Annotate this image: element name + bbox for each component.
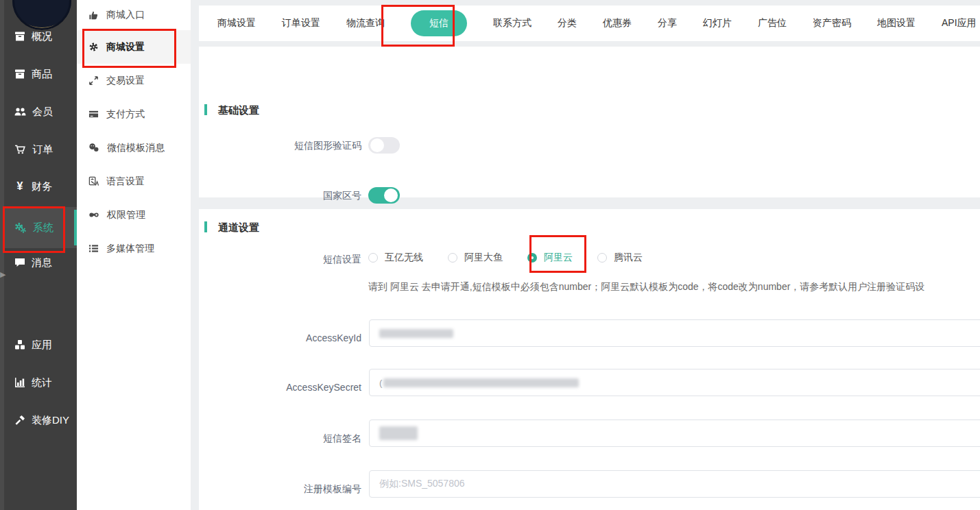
country-code-toggle[interactable] <box>368 187 400 204</box>
sidebar-item-members[interactable]: 会员 <box>4 95 77 129</box>
archive-box-icon <box>14 31 25 42</box>
cart-icon <box>14 144 26 155</box>
accesskeyid-input[interactable] <box>369 319 980 347</box>
submenu-item-label: 支付方式 <box>106 108 145 121</box>
tab-asset-password[interactable]: 资产密码 <box>813 17 851 29</box>
permission-mask-icon <box>88 210 99 220</box>
tab-mall-settings[interactable]: 商城设置 <box>217 17 256 29</box>
toggle-knob <box>370 138 384 152</box>
radio-ali-dayu[interactable]: 阿里大鱼 <box>448 252 503 264</box>
submenu-item-mall-entry[interactable]: 商城入口 <box>77 0 191 30</box>
basic-settings-title: 基础设置 <box>218 104 259 117</box>
tab-order-settings[interactable]: 订单设置 <box>282 17 320 29</box>
sms-captcha-label: 短信图形验证码 <box>199 140 361 152</box>
admin-page: ▶ 概况 商品 会员 订单 ¥ 财务 系统 消息 <box>0 0 980 510</box>
users-icon <box>14 106 26 117</box>
sidebar-item-apps[interactable]: 应用 <box>4 328 77 362</box>
secondary-sidebar: 商城入口 商城设置 交易设置 支付方式 微信模板消息 语言设置 权限管理 多媒 <box>77 0 191 510</box>
aliyun-helper-text: 请到 阿里云 去申请开通,短信模板中必须包含number；阿里云默认模板为cod… <box>368 281 924 293</box>
tab-contact[interactable]: 联系方式 <box>493 17 531 29</box>
tab-category[interactable]: 分类 <box>558 17 577 29</box>
channel-settings-card: 通道设置 短信设置 互亿无线 阿里大鱼 阿里云 腾讯云 <box>199 209 980 510</box>
sidebar-item-system[interactable]: 系统 <box>4 207 77 248</box>
panel-expand-arrow-icon[interactable]: ▶ <box>0 270 5 279</box>
sidebar-item-goods[interactable]: 商品 <box>4 57 77 91</box>
sms-provider-radio-group: 互亿无线 阿里大鱼 阿里云 腾讯云 <box>368 252 643 264</box>
sms-provider-label: 短信设置 <box>199 254 361 266</box>
sms-signature-input[interactable] <box>369 420 980 447</box>
primary-sidebar: 概况 商品 会员 订单 ¥ 财务 系统 消息 应用 <box>4 0 77 510</box>
tab-share[interactable]: 分享 <box>658 17 677 29</box>
redacted-value <box>379 329 453 338</box>
section-accent-bar <box>204 221 207 232</box>
submenu-item-mall-settings[interactable]: 商城设置 <box>77 30 191 64</box>
submenu-item-language-settings[interactable]: 语言设置 <box>77 165 191 198</box>
visible-prefix: ( <box>379 378 382 388</box>
tab-sms[interactable]: 短信 <box>411 10 467 36</box>
yen-icon: ¥ <box>14 180 25 193</box>
thumb-up-icon <box>88 10 99 21</box>
basic-settings-card: 基础设置 短信图形验证码 国家区号 <box>199 47 980 197</box>
register-template-label: 注册模板编号 <box>199 483 361 496</box>
submenu-item-label: 语言设置 <box>106 175 145 188</box>
list-icon <box>88 243 99 254</box>
tab-ad-slot[interactable]: 广告位 <box>758 17 787 29</box>
wechat-icon <box>88 143 99 153</box>
register-template-input[interactable]: 例如:SMS_5057806 <box>369 470 980 498</box>
submenu-item-label: 多媒体管理 <box>106 243 154 255</box>
tab-slideshow[interactable]: 幻灯片 <box>703 17 732 29</box>
country-code-label: 国家区号 <box>199 190 361 202</box>
toggle-knob <box>384 189 398 202</box>
redacted-value <box>379 426 418 440</box>
submenu-item-trade-settings[interactable]: 交易设置 <box>77 64 191 97</box>
submenu-item-label: 权限管理 <box>107 209 145 221</box>
radio-label: 阿里大鱼 <box>464 252 503 264</box>
product-box-icon <box>14 69 25 80</box>
sidebar-item-label: 应用 <box>32 339 52 352</box>
accesskeysecret-input[interactable]: ( <box>369 369 980 396</box>
radio-label: 互亿无线 <box>385 252 423 264</box>
bar-chart-icon <box>14 377 25 388</box>
sidebar-item-label: 订单 <box>32 143 53 156</box>
sidebar-item-messages[interactable]: 消息 <box>4 245 77 280</box>
chat-bubble-icon <box>14 257 25 268</box>
radio-aliyun[interactable]: 阿里云 <box>527 252 573 264</box>
tab-coupon[interactable]: 优惠券 <box>603 17 632 29</box>
submenu-item-media-manager[interactable]: 多媒体管理 <box>77 232 191 265</box>
radio-circle-icon <box>597 253 607 263</box>
trade-arrows-icon <box>88 75 99 86</box>
language-icon <box>88 176 99 186</box>
sidebar-item-overview[interactable]: 概况 <box>4 19 77 53</box>
submenu-item-wechat-template[interactable]: 微信模板消息 <box>77 131 191 165</box>
tab-map-settings[interactable]: 地图设置 <box>877 17 916 29</box>
main-content: 商城设置 订单设置 物流查询 短信 联系方式 分类 优惠券 分享 幻灯片 广告位… <box>191 0 980 510</box>
sidebar-item-label: 概况 <box>32 30 52 43</box>
cubes-icon <box>14 339 25 350</box>
submenu-item-payment-methods[interactable]: 支付方式 <box>77 97 191 131</box>
section-accent-bar <box>204 104 207 115</box>
sidebar-item-orders[interactable]: 订单 <box>4 132 77 167</box>
radio-circle-icon <box>448 253 457 263</box>
tab-logistics-query[interactable]: 物流查询 <box>346 17 385 29</box>
sidebar-item-stats[interactable]: 统计 <box>4 365 77 400</box>
channel-settings-title: 通道设置 <box>218 221 259 234</box>
submenu-item-label: 交易设置 <box>106 75 145 87</box>
sidebar-item-finance[interactable]: ¥ 财务 <box>4 169 77 204</box>
sidebar-item-label: 商品 <box>32 68 52 81</box>
sidebar-item-diy[interactable]: 装修DIY <box>4 403 77 437</box>
gear-icon <box>88 42 99 52</box>
radio-circle-icon <box>368 253 378 263</box>
sidebar-item-label: 会员 <box>32 106 53 119</box>
hammer-icon <box>14 415 25 426</box>
submenu-item-permissions[interactable]: 权限管理 <box>77 198 191 232</box>
radio-selected-icon <box>527 253 537 263</box>
submenu-item-label: 微信模板消息 <box>107 142 165 154</box>
tab-api-app[interactable]: API应用 <box>942 17 977 29</box>
radio-huyi-wireless[interactable]: 互亿无线 <box>368 252 423 264</box>
redacted-value <box>383 378 579 387</box>
accesskeyid-label: AccessKeyId <box>199 332 361 343</box>
sms-captcha-toggle[interactable] <box>368 137 400 154</box>
input-placeholder: 例如:SMS_5057806 <box>379 478 465 490</box>
sidebar-item-label: 消息 <box>32 256 52 269</box>
radio-tencent-cloud[interactable]: 腾讯云 <box>597 252 643 264</box>
